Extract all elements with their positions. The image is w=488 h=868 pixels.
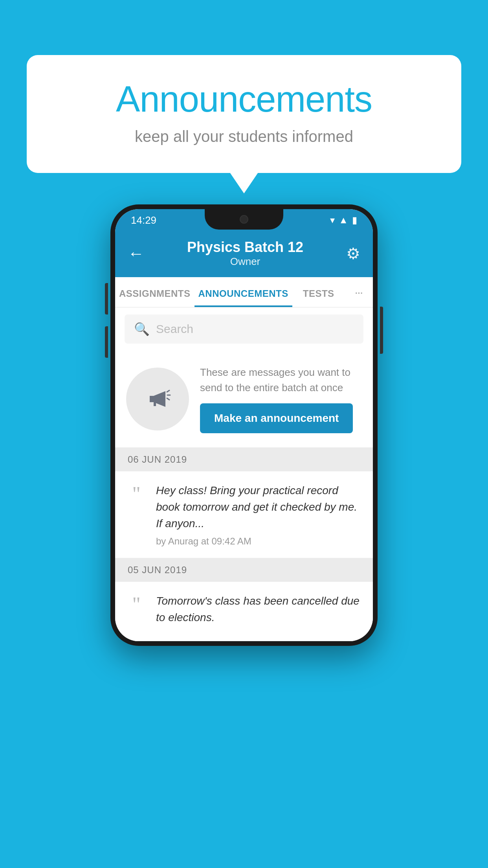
search-area: 🔍 Search [115,307,373,351]
announcement-text-1: Hey class! Bring your practical record b… [156,482,360,532]
cta-card: These are messages you want to send to t… [115,351,373,448]
date-separator-1: 06 JUN 2019 [115,448,373,471]
announcement-item-1[interactable]: " Hey class! Bring your practical record… [115,471,373,558]
status-icons: ▾ ▲ ▮ [330,215,357,226]
date-separator-2: 05 JUN 2019 [115,558,373,582]
make-announcement-button[interactable]: Make an announcement [200,403,353,433]
phone-notch [205,209,283,230]
svg-line-1 [167,390,169,392]
volume-up-button [105,283,108,314]
tab-announcements[interactable]: ANNOUNCEMENTS [194,277,292,307]
phone-mockup: 14:29 ▾ ▲ ▮ ← Physics Batch 12 Owner ⚙ [110,204,378,646]
app-header: ← Physics Batch 12 Owner ⚙ [115,231,373,277]
header-title: Physics Batch 12 [144,239,346,256]
bubble-title: Announcements [58,79,430,120]
phone-screen: 14:29 ▾ ▲ ▮ ← Physics Batch 12 Owner ⚙ [115,209,373,641]
back-button[interactable]: ← [128,245,144,262]
front-camera [240,215,248,224]
tab-more[interactable]: ⋯ [345,277,373,307]
bubble-subtitle: keep all your students informed [58,128,430,145]
search-icon: 🔍 [134,322,150,337]
volume-down-button [105,326,108,358]
search-placeholder: Search [156,322,193,336]
megaphone-icon [142,383,173,415]
tab-tests[interactable]: TESTS [292,277,345,307]
announcement-text-2: Tomorrow's class has been cancelled due … [156,593,360,626]
svg-rect-0 [150,396,154,402]
speech-bubble-area: Announcements keep all your students inf… [27,55,461,173]
header-center: Physics Batch 12 Owner [144,239,346,268]
announcement-meta-1: by Anurag at 09:42 AM [156,536,360,547]
cta-description: These are messages you want to send to t… [200,365,362,395]
wifi-icon: ▾ [330,215,335,226]
tab-assignments[interactable]: ASSIGNMENTS [115,277,194,307]
cta-right: These are messages you want to send to t… [200,365,362,433]
announcement-item-2[interactable]: " Tomorrow's class has been cancelled du… [115,582,373,641]
header-subtitle: Owner [144,256,346,268]
signal-icon: ▲ [339,215,348,226]
phone-outer: 14:29 ▾ ▲ ▮ ← Physics Batch 12 Owner ⚙ [110,204,378,646]
status-time: 14:29 [131,214,156,226]
search-bar[interactable]: 🔍 Search [125,314,363,344]
speech-bubble: Announcements keep all your students inf… [27,55,461,173]
battery-icon: ▮ [352,215,357,226]
announcement-content-2: Tomorrow's class has been cancelled due … [156,593,360,630]
announcement-content-1: Hey class! Bring your practical record b… [156,482,360,547]
quote-icon-2: " [125,594,148,615]
power-button [380,307,383,354]
tabs-bar: ASSIGNMENTS ANNOUNCEMENTS TESTS ⋯ [115,277,373,307]
megaphone-circle [126,368,189,430]
quote-icon: " [125,484,148,504]
settings-icon[interactable]: ⚙ [346,245,360,263]
svg-line-3 [167,398,169,400]
